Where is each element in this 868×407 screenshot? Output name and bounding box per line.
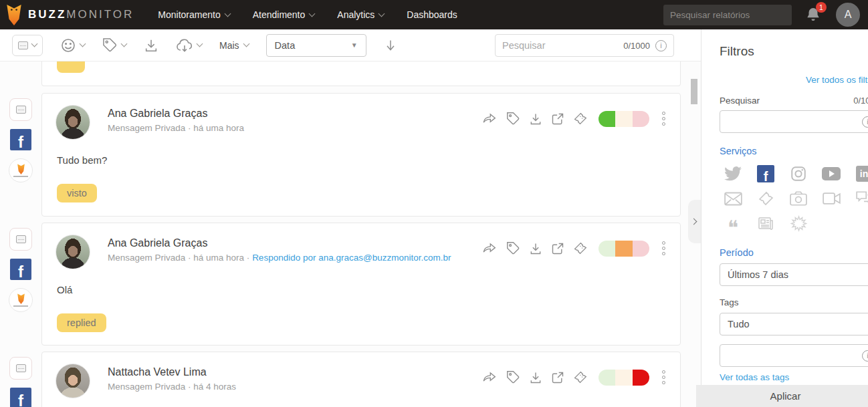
feed-scrollbar-thumb[interactable] xyxy=(691,79,697,104)
sentiment-negative[interactable] xyxy=(633,241,649,257)
sentiment-neutral[interactable] xyxy=(615,370,632,386)
see-all-tags-link[interactable]: Ver todas as tags xyxy=(720,372,789,382)
periodo-select[interactable]: Últimos 7 dias xyxy=(720,263,868,286)
feed-search-input[interactable] xyxy=(502,40,618,51)
kebab-menu-icon[interactable] xyxy=(661,240,667,257)
nav-monitoramento[interactable]: Monitoramento xyxy=(158,9,229,20)
service-news-icon[interactable] xyxy=(752,214,779,233)
select-all-button[interactable] xyxy=(12,35,43,56)
share-icon[interactable] xyxy=(481,112,498,126)
kebab-menu-icon[interactable] xyxy=(661,369,667,386)
ticket-icon[interactable] xyxy=(573,370,587,384)
buzzmonitor-brand[interactable]: BUZZMONITOR xyxy=(0,4,143,25)
author-name[interactable]: Ana Gabriela Graças xyxy=(108,237,451,249)
info-icon[interactable]: i xyxy=(862,116,868,128)
tags-search-box: i xyxy=(720,344,868,367)
service-facebook-icon[interactable]: f xyxy=(752,164,779,183)
tags-select[interactable]: Tudo xyxy=(720,313,868,335)
search-char-counter: 0/1000 xyxy=(623,41,650,51)
card-actions xyxy=(481,235,667,257)
cloud-export-button[interactable] xyxy=(176,38,202,53)
chevron-down-icon xyxy=(309,10,316,17)
filters-sidebar: Filtros Ver todos os filtros Pesquisar 0… xyxy=(701,29,868,407)
more-actions-button[interactable]: Mais xyxy=(219,40,249,51)
kebab-menu-icon[interactable] xyxy=(661,110,667,127)
message-tag[interactable]: replied xyxy=(57,313,106,332)
chevron-down-icon xyxy=(224,10,231,17)
message-card-partial xyxy=(41,61,681,86)
sentiment-positive[interactable] xyxy=(599,370,615,386)
download-icon[interactable] xyxy=(529,242,542,255)
notifications-bell[interactable]: 1 xyxy=(805,6,823,23)
service-youtube-icon[interactable] xyxy=(818,164,845,183)
chevron-right-icon xyxy=(691,219,697,225)
service-quotes-icon[interactable]: ❝ xyxy=(720,214,746,233)
sentiment-negative[interactable] xyxy=(633,370,649,386)
sentiment-dropdown-button[interactable] xyxy=(60,37,85,53)
open-external-icon[interactable] xyxy=(551,371,564,384)
buzzmonitor-service-icon xyxy=(9,158,33,182)
sentiment-negative[interactable] xyxy=(633,111,649,127)
open-external-icon[interactable] xyxy=(551,242,564,255)
reports-search-input[interactable] xyxy=(663,5,792,25)
select-message-checkbox[interactable] xyxy=(9,357,32,380)
sidebar-search-input[interactable] xyxy=(726,116,862,127)
service-instagram-icon[interactable] xyxy=(785,164,812,183)
info-icon[interactable]: i xyxy=(655,40,667,51)
services-label: Serviços xyxy=(720,146,868,156)
collapse-filters-handle[interactable] xyxy=(688,200,701,243)
tag-icon[interactable] xyxy=(506,370,520,384)
see-all-filters-link[interactable]: Ver todos os filtros xyxy=(806,75,868,85)
select-message-checkbox[interactable] xyxy=(9,228,32,251)
tags-search-input[interactable] xyxy=(726,350,862,361)
download-icon[interactable] xyxy=(529,371,542,384)
buzzmonitor-logo-icon xyxy=(5,4,23,25)
download-icon[interactable] xyxy=(529,112,542,126)
tag-dropdown-button[interactable] xyxy=(102,37,126,53)
service-ticket-icon[interactable] xyxy=(752,189,779,208)
info-icon[interactable]: i xyxy=(862,350,868,362)
nav-dashboards[interactable]: Dashboards xyxy=(407,9,457,20)
service-burst-icon[interactable] xyxy=(785,214,812,233)
service-video-icon[interactable] xyxy=(818,189,845,208)
apply-filters-button[interactable]: Aplicar xyxy=(696,385,868,407)
user-avatar[interactable]: A xyxy=(836,3,860,27)
card-rail xyxy=(0,61,41,86)
message-tag[interactable]: visto xyxy=(57,184,97,202)
select-caret-icon: ▼ xyxy=(351,41,358,49)
open-external-icon[interactable] xyxy=(551,112,564,126)
cloud-download-icon xyxy=(176,38,193,53)
message-meta: Mensagem Privada · há uma hora · xyxy=(108,253,249,263)
tag-icon[interactable] xyxy=(506,112,520,126)
tag-partial[interactable] xyxy=(57,61,85,73)
service-photo-icon[interactable] xyxy=(785,189,812,208)
author-name[interactable]: Nattacha Vetev Lima xyxy=(108,366,236,378)
download-button[interactable] xyxy=(144,38,158,53)
share-icon[interactable] xyxy=(481,370,498,384)
sidebar-search-label: Pesquisar xyxy=(720,96,760,106)
replied-by-link[interactable]: Respondido por ana.gracas@buzzmonitor.co… xyxy=(252,253,451,263)
nav-analytics[interactable]: Analytics xyxy=(337,9,384,20)
sentiment-positive[interactable] xyxy=(599,111,615,127)
sort-by-select[interactable]: Data▼ xyxy=(266,34,366,57)
service-linkedin-icon[interactable]: in xyxy=(851,164,868,183)
sentiment-neutral[interactable] xyxy=(615,241,632,257)
sentiment-neutral[interactable] xyxy=(615,111,632,127)
sentiment-positive[interactable] xyxy=(599,241,615,257)
service-twitter-icon[interactable] xyxy=(720,164,746,183)
periodo-label: Período xyxy=(720,247,868,258)
share-icon[interactable] xyxy=(481,241,498,255)
ticket-icon[interactable] xyxy=(573,112,587,126)
buzzmonitor-mini-logo-icon xyxy=(17,164,25,174)
service-chat-icon[interactable] xyxy=(851,189,868,208)
select-message-checkbox[interactable] xyxy=(9,98,32,121)
service-email-icon[interactable] xyxy=(720,189,746,208)
ticket-icon[interactable] xyxy=(573,241,587,255)
nav-atendimento[interactable]: Atendimento xyxy=(253,9,315,20)
tag-icon[interactable] xyxy=(506,241,520,255)
sort-direction-button[interactable] xyxy=(384,38,397,53)
smiley-icon xyxy=(60,37,76,53)
author-name[interactable]: Ana Gabriela Graças xyxy=(108,108,244,120)
feed-search-box: 0/1000 i xyxy=(495,34,674,57)
card-actions xyxy=(481,364,667,386)
